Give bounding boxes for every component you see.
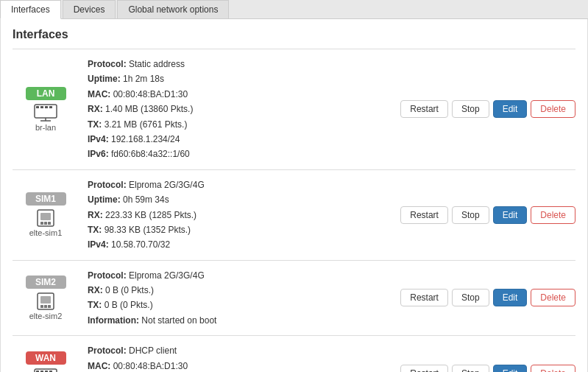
- iface-name-lan: br-lan: [35, 123, 56, 132]
- iface-info-sim2: Protocol: Elproma 2G/3G/4GRX: 0 B (0 Pkt…: [88, 268, 392, 329]
- info-value: 10.58.70.70/32: [111, 239, 170, 250]
- tabs-bar: InterfacesDevicesGlobal network options: [0, 0, 588, 19]
- stop-button-wan[interactable]: Stop: [452, 365, 489, 372]
- iface-icon-sim2: [32, 291, 59, 312]
- info-key: IPv4:: [88, 134, 111, 144]
- info-key: Protocol:: [88, 270, 129, 281]
- info-key: TX:: [88, 225, 105, 235]
- info-key: TX:: [88, 300, 105, 310]
- iface-badge-wrap-wan: WAN eth-wan: [13, 351, 79, 372]
- svg-rect-14: [40, 305, 43, 308]
- interface-list: LAN br-lanProtocol: Static addressUptime…: [13, 49, 575, 372]
- edit-button-sim2[interactable]: Edit: [493, 289, 528, 306]
- info-value: fd60:6b8:4a32::1/60: [111, 149, 190, 159]
- svg-rect-16: [48, 305, 51, 308]
- page-title: Interfaces: [13, 28, 575, 41]
- tab-global-network-options[interactable]: Global network options: [117, 0, 229, 18]
- restart-button-sim1[interactable]: Restart: [400, 206, 448, 224]
- svg-rect-8: [40, 213, 51, 220]
- iface-badge-wan: WAN: [26, 351, 66, 365]
- info-value: Static address: [129, 59, 185, 69]
- iface-name-sim2: elte-sim2: [29, 312, 63, 320]
- delete-button-lan[interactable]: Delete: [531, 100, 575, 118]
- iface-badge-sim1: SIM1: [26, 192, 66, 206]
- info-key: Protocol:: [88, 345, 129, 356]
- svg-rect-4: [49, 106, 52, 108]
- info-key: RX:: [88, 104, 105, 114]
- iface-actions-sim1: RestartStopEditDelete: [400, 206, 575, 224]
- restart-button-lan[interactable]: Restart: [400, 100, 448, 118]
- iface-badge-sim2: SIM2: [26, 276, 66, 289]
- info-value: 00:80:48:BA:D1:30: [113, 361, 188, 371]
- iface-icon-sim1: [32, 208, 59, 228]
- info-value: Elproma 2G/3G/4G: [129, 180, 205, 190]
- iface-badge-lan: LAN: [26, 87, 66, 100]
- info-key: Information:: [88, 315, 141, 326]
- edit-button-sim1[interactable]: Edit: [493, 206, 528, 224]
- delete-button-sim1[interactable]: Delete: [531, 206, 575, 224]
- iface-name-sim1: elte-sim1: [29, 228, 63, 237]
- info-key: Protocol:: [88, 180, 129, 190]
- svg-rect-2: [40, 106, 43, 108]
- iface-info-sim1: Protocol: Elproma 2G/3G/4GUptime: 0h 59m…: [88, 178, 392, 253]
- info-value: 192.168.1.234/24: [111, 134, 180, 144]
- info-value: 3.21 MB (6761 Pkts.): [105, 119, 188, 130]
- stop-button-sim1[interactable]: Stop: [452, 206, 489, 224]
- iface-icon-lan: [32, 102, 59, 123]
- svg-rect-1: [36, 106, 39, 108]
- svg-rect-3: [45, 106, 48, 108]
- iface-badge-wrap-lan: LAN br-lan: [13, 87, 79, 132]
- interface-row-lan: LAN br-lanProtocol: Static addressUptime…: [13, 49, 575, 170]
- delete-button-sim2[interactable]: Delete: [531, 289, 575, 306]
- svg-rect-9: [40, 222, 43, 225]
- interface-row-wan: WAN eth-wanProtocol: DHCP clientMAC: 00:…: [13, 336, 575, 372]
- info-key: TX:: [88, 119, 105, 130]
- iface-actions-lan: RestartStopEditDelete: [400, 100, 575, 118]
- info-value: 1.40 MB (13860 Pkts.): [105, 104, 193, 114]
- info-key: IPv6:: [88, 149, 111, 159]
- iface-info-wan: Protocol: DHCP clientMAC: 00:80:48:BA:D1…: [88, 343, 392, 372]
- iface-actions-wan: RestartStopEditDelete: [400, 365, 575, 372]
- info-value: 223.33 KB (1285 Pkts.): [105, 210, 196, 220]
- info-value: 0h 59m 34s: [123, 194, 169, 205]
- iface-actions-sim2: RestartStopEditDelete: [400, 289, 575, 306]
- edit-button-wan[interactable]: Edit: [493, 365, 528, 372]
- info-value: Elproma 2G/3G/4G: [129, 270, 205, 281]
- delete-button-wan[interactable]: Delete: [531, 365, 575, 372]
- info-value: 1h 2m 18s: [123, 74, 164, 84]
- info-key: IPv4:: [88, 239, 111, 250]
- info-key: MAC:: [88, 89, 113, 99]
- restart-button-sim2[interactable]: Restart: [400, 289, 448, 306]
- iface-badge-wrap-sim1: SIM1 elte-sim1: [13, 192, 79, 237]
- iface-badge-wrap-sim2: SIM2 elte-sim2: [13, 276, 79, 320]
- stop-button-sim2[interactable]: Stop: [452, 289, 489, 306]
- svg-rect-15: [44, 305, 47, 308]
- svg-rect-10: [44, 222, 47, 225]
- info-key: Uptime:: [88, 194, 123, 205]
- info-value: 0 B (0 Pkts.): [105, 300, 153, 310]
- info-key: RX:: [88, 210, 105, 220]
- info-value: Not started on boot: [141, 315, 216, 326]
- iface-info-lan: Protocol: Static addressUptime: 1h 2m 18…: [88, 57, 392, 162]
- stop-button-lan[interactable]: Stop: [452, 100, 489, 118]
- info-value: 98.33 KB (1352 Pkts.): [105, 225, 191, 235]
- info-key: Protocol:: [88, 59, 129, 69]
- edit-button-lan[interactable]: Edit: [493, 100, 528, 118]
- restart-button-wan[interactable]: Restart: [400, 365, 448, 372]
- iface-icon-wan: [32, 367, 59, 372]
- info-value: 00:80:48:BA:D1:30: [113, 89, 188, 99]
- svg-rect-11: [48, 222, 51, 225]
- interface-row-sim1: SIM1 elte-sim1Protocol: Elproma 2G/3G/4G…: [13, 170, 575, 261]
- info-value: DHCP client: [129, 345, 177, 356]
- tab-devices[interactable]: Devices: [63, 0, 116, 18]
- info-key: MAC:: [88, 361, 113, 371]
- tab-interfaces[interactable]: Interfaces: [0, 0, 61, 19]
- info-key: RX:: [88, 285, 105, 295]
- svg-rect-13: [40, 296, 51, 303]
- interface-row-sim2: SIM2 elte-sim2Protocol: Elproma 2G/3G/4G…: [13, 261, 575, 337]
- info-value: 0 B (0 Pkts.): [105, 285, 154, 295]
- info-key: Uptime:: [88, 74, 123, 84]
